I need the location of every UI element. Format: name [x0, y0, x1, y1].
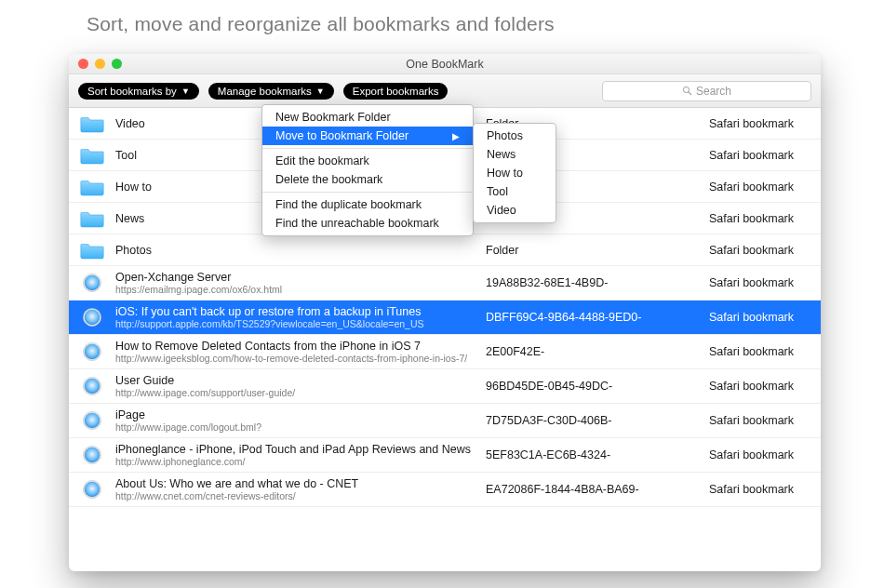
source-label: Safari bookmark — [709, 244, 811, 257]
menu-item-label: New Bookmark Folder — [275, 111, 391, 124]
source-label: Safari bookmark — [709, 311, 811, 324]
source-label: Safari bookmark — [709, 117, 811, 130]
menu-item[interactable]: Find the unreachable bookmark — [262, 214, 473, 233]
bookmark-row[interactable]: iOS: If you can't back up or restore fro… — [69, 301, 821, 335]
source-label: Safari bookmark — [709, 448, 811, 461]
source-label: Safari bookmark — [709, 345, 811, 358]
safari-icon — [78, 341, 106, 362]
menu-item[interactable]: Edit the bookmark — [262, 152, 473, 170]
folder-icon — [78, 241, 106, 260]
source-label: Safari bookmark — [709, 483, 811, 496]
submenu-item-label: Video — [487, 204, 516, 217]
bookmark-url: http://support.apple.com/kb/TS2529?viewl… — [115, 318, 476, 329]
page-heading: Sort, move and reorganize all bookmarks … — [87, 13, 555, 35]
safari-icon — [78, 445, 106, 465]
safari-icon — [78, 479, 106, 500]
folder-icon — [78, 178, 106, 196]
bookmark-title: iOS: If you can't back up or restore fro… — [115, 305, 476, 318]
search-placeholder: Search — [696, 85, 731, 98]
submenu-item[interactable]: Photos — [474, 127, 556, 145]
sort-button[interactable]: Sort bookmarks by ▼ — [78, 83, 199, 100]
bookmark-row[interactable]: About Us: Who we are and what we do - CN… — [69, 473, 821, 507]
menu-separator — [262, 148, 473, 149]
bookmark-row[interactable]: User Guidehttp://www.ipage.com/support/u… — [69, 369, 821, 404]
source-label: Safari bookmark — [709, 180, 811, 194]
menu-item[interactable]: Find the duplicate bookmark — [262, 195, 473, 214]
bookmark-id: 2E00F42E- — [486, 345, 700, 358]
menu-item-label: Find the unreachable bookmark — [275, 217, 439, 230]
submenu-item[interactable]: Video — [474, 201, 556, 220]
svg-line-1 — [689, 92, 691, 95]
bookmark-title: User Guide — [115, 374, 476, 387]
bookmark-url: http://www.iphoneglance.com/ — [115, 456, 476, 467]
bookmark-title: How to Remove Deleted Contacts from the … — [115, 340, 476, 353]
bookmark-title: About Us: Who we are and what we do - CN… — [115, 477, 476, 490]
search-icon — [682, 86, 692, 96]
bookmark-row[interactable]: How to Remove Deleted Contacts from the … — [69, 335, 821, 369]
svg-point-19 — [85, 413, 100, 429]
svg-point-11 — [85, 344, 100, 360]
manage-button[interactable]: Manage bookmarks ▼ — [208, 83, 334, 100]
folder-icon — [78, 114, 106, 133]
svg-point-23 — [85, 448, 100, 463]
submenu-item-label: Photos — [487, 129, 523, 142]
bookmark-id: DBFF69C4-9B64-4488-9ED0- — [486, 311, 700, 324]
submenu-item-label: Tool — [487, 185, 508, 198]
manage-label: Manage bookmarks — [218, 86, 312, 97]
menu-item-label: Delete the bookmark — [275, 173, 382, 186]
bookmark-url: http://www.cnet.com/cnet-reviews-editors… — [115, 490, 476, 501]
sort-label: Sort bookmarks by — [87, 86, 177, 97]
submenu-item[interactable]: News — [474, 145, 556, 164]
bookmark-url: http://www.igeeksblog.com/how-to-remove-… — [115, 353, 476, 364]
bookmark-row[interactable]: iPagehttp://www.ipage.com/logout.bml?7D7… — [69, 404, 821, 438]
bookmark-title: iPage — [115, 408, 476, 421]
folder-icon — [78, 209, 106, 228]
svg-point-7 — [85, 310, 100, 326]
menu-item-label: Move to Bookmark Folder — [275, 129, 409, 142]
bookmark-id: 19A88B32-68E1-4B9D- — [486, 276, 700, 289]
search-input[interactable]: Search — [602, 81, 811, 101]
source-label: Safari bookmark — [709, 414, 811, 427]
chevron-down-icon: ▼ — [181, 87, 190, 96]
menu-item-label: Find the duplicate bookmark — [275, 198, 422, 211]
source-label: Safari bookmark — [709, 149, 811, 162]
bookmark-url: http://www.ipage.com/support/user-guide/ — [115, 387, 476, 398]
source-label: Safari bookmark — [709, 380, 811, 393]
folder-name: Photos — [115, 244, 476, 257]
submenu-item-label: News — [487, 148, 516, 161]
manage-menu: New Bookmark FolderMove to Bookmark Fold… — [261, 104, 474, 236]
bookmark-row[interactable]: iPhoneglance - iPhone, iPod Touch and iP… — [69, 438, 821, 473]
toolbar: Sort bookmarks by ▼ Manage bookmarks ▼ E… — [69, 74, 821, 108]
safari-icon — [78, 410, 106, 431]
menu-separator — [262, 192, 473, 193]
menu-item-label: Edit the bookmark — [275, 154, 369, 167]
safari-icon — [78, 273, 106, 293]
submenu-item-label: How to — [487, 167, 523, 180]
bookmark-url: https://emailmg.ipage.com/ox6/ox.html — [115, 284, 476, 295]
chevron-down-icon: ▼ — [316, 87, 325, 96]
menu-item[interactable]: Delete the bookmark — [262, 170, 473, 189]
svg-point-27 — [85, 482, 100, 498]
window-title: One BookMark — [69, 58, 821, 71]
bookmark-row[interactable]: Open-Xchange Serverhttps://emailmg.ipage… — [69, 266, 821, 301]
folder-row[interactable]: PhotosFolderSafari bookmark — [69, 234, 821, 266]
svg-point-15 — [85, 379, 100, 394]
safari-icon — [78, 307, 106, 327]
move-submenu: PhotosNewsHow toToolVideo — [473, 123, 556, 223]
export-label: Export bookmarks — [353, 86, 439, 97]
bookmark-title: Open-Xchange Server — [115, 271, 476, 284]
folder-icon — [78, 146, 106, 165]
submenu-item[interactable]: Tool — [474, 182, 556, 201]
svg-point-3 — [85, 275, 100, 291]
bookmark-id: 96BD45DE-0B45-49DC- — [486, 380, 700, 393]
bookmark-id: EA72086F-1844-4B8A-BA69- — [486, 483, 700, 496]
bookmark-url: http://www.ipage.com/logout.bml? — [115, 421, 476, 433]
submenu-item[interactable]: How to — [474, 164, 556, 182]
safari-icon — [78, 376, 106, 396]
menu-item[interactable]: New Bookmark Folder — [262, 108, 473, 127]
source-label: Safari bookmark — [709, 212, 811, 225]
bookmark-title: iPhoneglance - iPhone, iPod Touch and iP… — [115, 443, 476, 456]
kind-label: Folder — [486, 244, 700, 257]
menu-item[interactable]: Move to Bookmark Folder▶ — [262, 127, 473, 145]
export-button[interactable]: Export bookmarks — [343, 83, 449, 100]
